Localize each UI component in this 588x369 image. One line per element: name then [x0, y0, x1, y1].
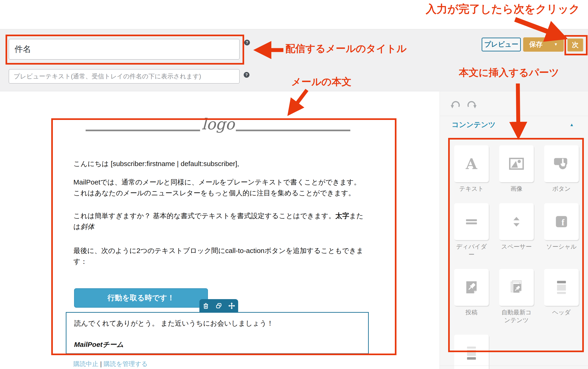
content-block-card[interactable] [454, 269, 489, 306]
content-block-cell: 自動最新コンテンツ [499, 269, 534, 324]
posts-icon [465, 280, 478, 294]
annotation-click-next: 入力が完了したら次をクリック [426, 2, 580, 16]
collapse-triangle-icon[interactable]: ▲ [569, 122, 574, 127]
text-icon: A [466, 155, 477, 173]
link-separator: | [98, 360, 104, 367]
content-block-label: 自動最新コンテンツ [499, 308, 534, 324]
manage-subscription-link[interactable]: 購読を管理する [104, 360, 148, 367]
content-block-cell: ヘッダ [544, 269, 579, 324]
button-icon [554, 157, 569, 170]
content-block-label: ボタン [552, 185, 571, 193]
content-blocks-grid: Aテキスト画像ボタンディバイダースペーサーfソーシャル投稿自動最新コンテンツヘッ… [454, 145, 579, 369]
footer-links: 購読中止|購読を管理する [74, 360, 148, 368]
content-block-cell: スペーサー [499, 203, 534, 258]
preview-text-input[interactable] [9, 69, 240, 83]
spacer-icon [510, 216, 523, 228]
content-block-label: テキスト [459, 185, 484, 193]
content-block-label: スペーサー [501, 243, 532, 250]
content-block-card[interactable] [454, 335, 489, 369]
automatic-latest-content-icon [509, 280, 524, 295]
social-facebook-icon: f [556, 216, 567, 228]
content-block-cell: ボタン [544, 145, 579, 193]
content-block-label: 投稿 [465, 308, 477, 316]
sidebar-divider [440, 366, 588, 366]
redo-icon[interactable] [466, 98, 478, 110]
svg-text:f: f [561, 218, 565, 227]
content-panel-heading: コンンテンツ [452, 120, 495, 130]
image-icon [509, 158, 524, 170]
sidebar-divider [440, 116, 588, 116]
email-paragraph[interactable]: MailPoetでは、通常のメールと同様に、メールをプレーンテキストで書くことが… [74, 177, 367, 198]
header-block-icon [556, 280, 567, 294]
content-block-card[interactable] [544, 145, 579, 182]
logo-text: logo [199, 115, 238, 133]
mailpoet-editor: 入力が完了したら次をクリック ? ? プレビュー 保存 ▼ 次 配信するメールの… [0, 0, 588, 369]
content-block-card[interactable] [454, 203, 489, 240]
content-block-card[interactable] [544, 269, 579, 306]
duplicate-icon[interactable] [215, 302, 222, 309]
next-button[interactable]: 次 [567, 38, 583, 52]
annotation-parts-label: 本文に挿入するパーツ [459, 66, 559, 79]
subject-input[interactable] [9, 39, 240, 60]
content-block-cell: Aテキスト [454, 145, 489, 193]
save-button-label: 保存 [529, 40, 543, 49]
content-block-label: ヘッダ [552, 308, 571, 316]
email-paragraph[interactable]: これは簡単すぎますか？ 基本的な書式でテキストを書式設定することはできます。太字… [74, 210, 367, 232]
bold-sample-text: 太字 [335, 212, 349, 220]
unsubscribe-link[interactable]: 購読中止 [74, 360, 98, 367]
content-block-cell: 投稿 [454, 269, 489, 324]
content-block-cell: フッタ [454, 335, 489, 369]
annotation-subject-label: 配信するメールのタイトル [285, 42, 407, 55]
email-paragraph[interactable]: 最後に、次のように2つのテキストブロック間にcall-to-actionボタンを… [74, 245, 367, 267]
move-icon[interactable] [228, 302, 235, 309]
footer-block-icon [466, 346, 477, 360]
closing-text-block[interactable]: 読んでくれてありがとう。 また近いうちにお会いしましょう！ MailPoetチー… [66, 312, 369, 354]
preview-button[interactable]: プレビュー [482, 38, 521, 51]
logo-divider-line [86, 130, 200, 131]
content-block-label: ディバイダー [454, 243, 489, 258]
content-block-card[interactable]: f [544, 203, 579, 240]
content-block-card[interactable]: A [454, 145, 489, 182]
content-block-card[interactable] [499, 203, 534, 240]
trash-icon[interactable] [202, 302, 210, 309]
logo-divider-line [236, 130, 350, 131]
italic-sample-text: 斜体 [81, 223, 94, 230]
content-block-label: 画像 [510, 185, 523, 193]
content-block-cell: ディバイダー [454, 203, 489, 258]
help-icon[interactable]: ? [244, 40, 250, 45]
closing-text: 読んでくれてありがとう。 また近いうちにお会いしましょう！ [74, 319, 274, 328]
content-block-label: ソーシャル [546, 243, 577, 250]
signature-text: MailPoetチーム [74, 340, 124, 349]
content-block-cell: 画像 [499, 145, 534, 193]
content-block-card[interactable] [499, 145, 534, 182]
content-block-card[interactable] [499, 269, 534, 306]
help-icon[interactable]: ? [244, 72, 250, 78]
chevron-down-icon[interactable]: ▼ [554, 42, 558, 47]
annotation-body-label: メールの本文 [291, 75, 351, 89]
save-button[interactable]: 保存 ▼ [523, 37, 564, 52]
undo-icon[interactable] [450, 98, 462, 110]
cta-button-block[interactable]: 行動を取る時です！ [74, 288, 208, 308]
divider-icon [465, 216, 478, 227]
block-toolbar [200, 299, 238, 312]
email-greeting-paragraph[interactable]: こんにちは [subscriber:firstname | default:su… [74, 158, 367, 169]
content-block-cell: fソーシャル [544, 203, 579, 258]
paragraph-text: これは簡単すぎますか？ 基本的な書式でテキストを書式設定することはできます。 [74, 212, 335, 220]
